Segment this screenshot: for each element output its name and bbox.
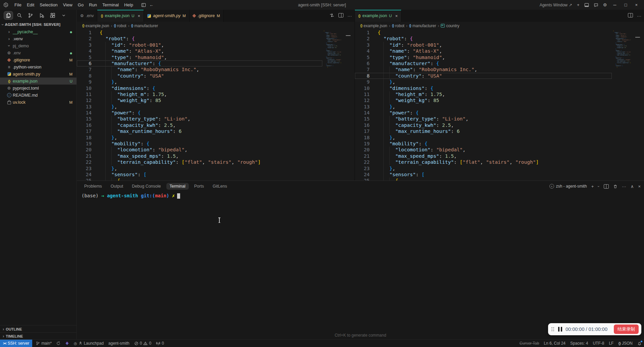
code-line-4[interactable]: 4 "name": "Atlas-X", [77,48,322,54]
explorer-item--pycache-[interactable]: ›__pycache__● [0,28,76,35]
statusbar-problems[interactable]: 00 [132,340,154,347]
code-line-1[interactable]: 1{ [77,30,322,36]
code-line-20[interactable]: 20 "locomotion": "bipedal", [77,147,322,153]
terminal[interactable]: (base) → agent-smith git:(main) ✗ Ctrl+K… [77,192,644,340]
code-line-5[interactable]: 5 "type": "humanoid", [77,54,322,60]
code-line-24[interactable]: 24 "sensors": [ [77,171,322,178]
statusbar-remote-host[interactable]: ><SSH: server [0,340,32,347]
panel-tab-output[interactable]: Output [107,183,127,190]
explorer-item-agent-smith-py[interactable]: agent-smith.pyM [0,70,76,78]
code-line-24[interactable]: 24 "sensors": [ [355,171,612,178]
menu-go[interactable]: Go [75,2,86,7]
breadcrumb-manufacturer[interactable]: {}manufacturer [409,23,436,28]
breadcrumb-robot[interactable]: {}robot [392,23,405,28]
code-line-7[interactable]: 7 "name": "RoboDynamics Inc.", [355,66,612,72]
code-line-3[interactable]: 3 "id": "robot-001", [77,42,322,48]
code-line-2[interactable]: 2 "robot": { [355,36,612,42]
code-line-15[interactable]: 15 "battery_type": "Li-ion", [77,116,322,122]
code-line-10[interactable]: 10 "dimensions": { [77,85,322,91]
menu-run[interactable]: Run [86,2,100,7]
new-terminal-button[interactable]: + [591,184,594,189]
code-line-14[interactable]: 14 "power": { [77,110,322,116]
code-line-9[interactable]: 9 }, [77,79,322,85]
statusbar-indentation[interactable]: Spaces: 4 [568,340,590,347]
menu-view[interactable]: View [60,2,75,7]
settings-gear-icon[interactable]: ⚙ [603,2,607,7]
statusbar-gitlens[interactable] [63,340,71,347]
kill-terminal-icon[interactable] [613,184,618,189]
statusbar-eol[interactable]: LF [606,340,616,347]
more-editor-action-icon[interactable]: ··· [347,13,352,18]
statusbar-encoding[interactable]: UTF-8 [590,340,606,347]
minimap[interactable]: { "robot": { "id": "robot-001", "name": … [613,30,631,68]
code-line-19[interactable]: 19 "mobility": { [77,141,322,147]
explorer-item-pj-demo[interactable]: ›pj_demo [0,42,76,49]
code-editor[interactable]: 1{2 "robot": {3 "id": "robot-001",4 "nam… [77,30,355,181]
statusbar-sync-changes[interactable] [54,340,63,347]
tab--gitignore[interactable]: .gitignoreM [190,10,224,22]
explorer-item--gitignore[interactable]: .gitignoreM [0,56,76,63]
terminal-dropdown-icon[interactable]: › [597,186,601,187]
code-line-12[interactable]: 12 "weight_kg": 85 [77,97,322,103]
code-editor[interactable]: 1{2 "robot": {3 "id": "robot-001",4 "nam… [355,30,644,181]
new-window-button[interactable]: + [577,2,580,7]
code-line-19[interactable]: 19 "mobility": { [355,141,612,147]
code-line-18[interactable]: 18 }, [355,135,612,141]
statusbar-language-mode[interactable]: {}JSON [616,340,635,347]
code-line-21[interactable]: 21 "max_speed_mps": 1.5, [355,153,612,159]
code-line-16[interactable]: 16 "capacity_kwh": 2.5, [77,122,322,128]
code-line-1[interactable]: 1{ [355,30,612,36]
explorer-item--env[interactable]: ⚙.env● [0,49,76,56]
explorer-item-example-json[interactable]: {}example.jsonU [0,78,76,85]
activity-run-debug-icon[interactable] [37,11,46,19]
menu-help[interactable]: Help [121,2,136,7]
code-line-22[interactable]: 22 "terrain_capability": ["flat", "stair… [77,159,322,165]
code-line-2[interactable]: 2 "robot": { [77,36,322,42]
activity-explorer-icon[interactable] [4,11,13,19]
breadcrumb-robot[interactable]: {}robot [114,23,126,28]
explorer-item--python-version[interactable]: ≡.python-version [0,63,76,70]
layout-icon[interactable] [141,3,146,7]
code-line-22[interactable]: 22 "terrain_capability": ["flat", "stair… [355,159,612,165]
minimize-button[interactable]: ─ [611,2,618,7]
menu-edit[interactable]: Edit [24,2,37,7]
code-line-10[interactable]: 10 "dimensions": { [355,85,612,91]
menu-selection[interactable]: Selection [37,2,60,7]
more-actions-icon[interactable]: ··· [622,184,626,189]
statusbar-repo-name[interactable]: agent-smith [106,340,132,347]
close-tab-icon[interactable]: × [138,13,141,18]
tab-example-json[interactable]: {}example.jsonU× [355,10,401,22]
split-editor-action-icon[interactable] [628,13,633,18]
close-window-button[interactable]: × [633,2,639,7]
code-line-23[interactable]: 23 }, [355,165,612,171]
menu-file[interactable]: File [12,2,24,7]
statusbar-cursor-tab[interactable]: Cursor Tab [517,340,541,347]
drag-handle-icon[interactable] [551,327,554,331]
breadcrumb-country[interactable]: country [441,23,459,28]
code-line-17[interactable]: 17 "max_runtime_hours": 6 [355,128,612,134]
code-line-15[interactable]: 15 "battery_type": "Li-ion", [355,116,612,122]
code-line-6[interactable]: 6 "manufacturer": { [77,60,322,66]
code-line-5[interactable]: 5 "type": "humanoid", [355,54,612,60]
tab-agent-smith-py[interactable]: agent-smith.pyM [144,10,190,22]
statusbar-launchpad[interactable]: ◎Launchpad [71,340,106,347]
code-line-4[interactable]: 4 "name": "Atlas-X", [355,48,612,54]
code-line-18[interactable]: 18 }, [77,135,322,141]
code-line-3[interactable]: 3 "id": "robot-001", [355,42,612,48]
breadcrumb-example-json[interactable]: {}example.json [82,23,109,28]
explorer-section-header[interactable]: › AGENT-SMITH [SSH: SERVER] [0,21,76,28]
breadcrumb-manufacturer[interactable]: {}manufacturer [131,23,158,28]
panel-tab-problems[interactable]: Problems [81,183,105,190]
explorer-item-readme-md[interactable]: iREADME.md [0,92,76,99]
panel-tab-gitlens[interactable]: GitLens [209,183,230,190]
statusbar-git-branch[interactable]: main* [34,340,54,347]
timeline-section[interactable]: › TIMELINE [0,332,76,340]
split-terminal-icon[interactable] [604,184,609,189]
activity-more-chevron-icon[interactable] [59,11,68,19]
code-line-12[interactable]: 12 "weight_kg": 85 [355,97,612,103]
pause-recording-button[interactable] [558,327,562,332]
outline-section[interactable]: › OUTLINE [0,325,76,333]
code-line-8[interactable]: 8 "country": "USA" [355,73,612,79]
agents-window-button[interactable]: Agents Window↗ [540,3,572,7]
statusbar-notifications[interactable] [635,340,644,347]
